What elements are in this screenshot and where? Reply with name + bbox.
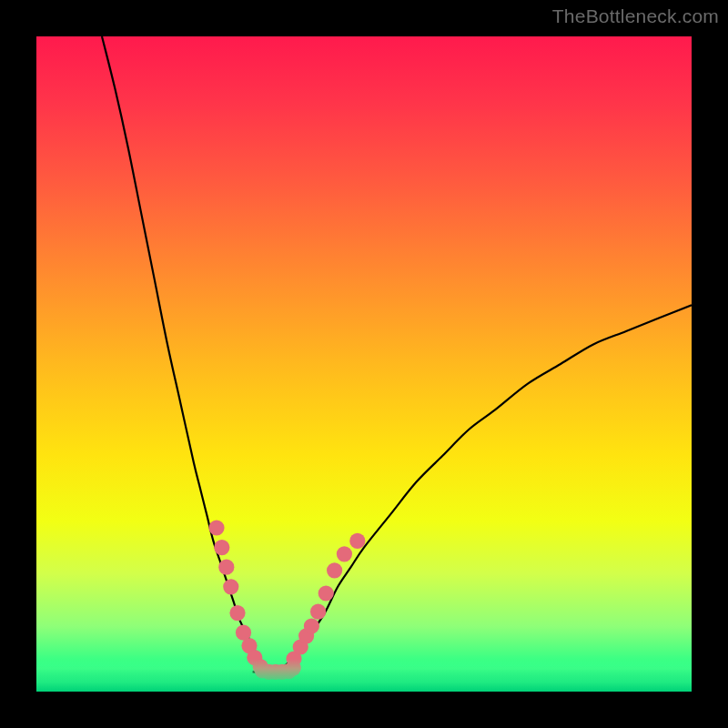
plot-area <box>36 36 692 692</box>
curve-svg <box>36 36 692 692</box>
marker-dot <box>208 520 224 535</box>
chart-frame: TheBottleneck.com <box>0 0 728 728</box>
marker-dot <box>327 562 342 578</box>
watermark-text: TheBottleneck.com <box>552 5 719 27</box>
marker-dot <box>214 540 229 555</box>
marker-dot <box>229 605 245 621</box>
marker-dot <box>218 560 234 575</box>
marker-dot <box>304 618 319 633</box>
marker-dot <box>349 533 365 549</box>
marker-dot <box>318 585 334 601</box>
marker-dot <box>310 604 326 620</box>
marker-dot <box>223 579 238 594</box>
bottleneck-curve <box>102 36 692 672</box>
marker-dot <box>337 546 352 561</box>
